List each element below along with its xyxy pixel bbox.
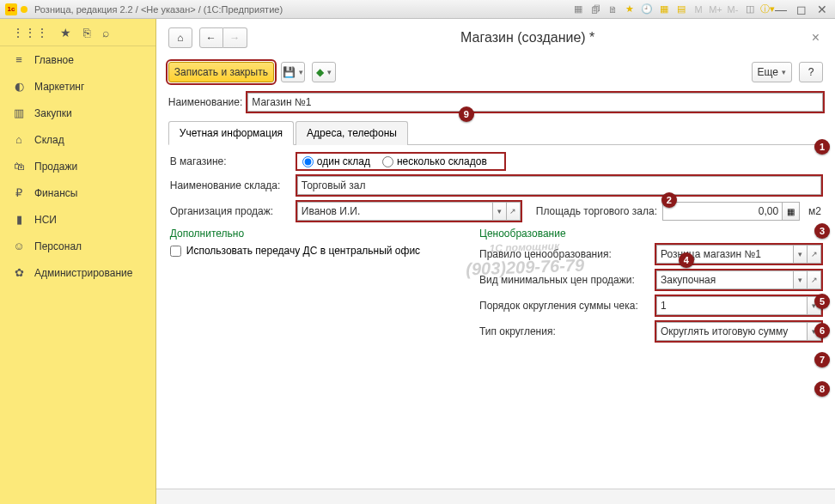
tabs: Учетная информация Адреса, телефоны <box>168 120 823 145</box>
sidebar-item-finance[interactable]: ₽Финансы <box>0 179 155 206</box>
tb-icon[interactable]: 🕘 <box>641 3 653 15</box>
badge-3: 3 <box>814 223 830 239</box>
sidebar-item-main[interactable]: ≡Главное <box>0 46 155 73</box>
org-label: Организация продаж: <box>170 205 292 217</box>
tb-m-plus[interactable]: M+ <box>710 3 722 15</box>
tab-account-info[interactable]: Учетная информация <box>168 121 294 145</box>
area-input[interactable] <box>662 202 783 221</box>
house-icon: ⌂ <box>12 133 26 146</box>
actions-button[interactable]: ◆ <box>312 62 336 82</box>
grid-icon: ▥ <box>12 106 26 119</box>
dropdown-icon[interactable]: ▾ <box>493 202 507 221</box>
sidebar-item-nsi[interactable]: ▮НСИ <box>0 206 155 233</box>
save-button[interactable]: 💾 <box>281 62 305 82</box>
maximize-icon[interactable]: ◻ <box>794 3 809 15</box>
close-icon[interactable]: ✕ <box>814 3 830 15</box>
pricing-title: Ценообразование <box>479 228 821 240</box>
checkbox-input[interactable] <box>170 246 181 257</box>
sidebar-item-admin[interactable]: ✿Администрирование <box>0 259 155 286</box>
radio-input[interactable] <box>302 156 314 167</box>
round-type-label: Тип округления: <box>479 325 651 337</box>
search-icon[interactable]: ⌕ <box>102 26 109 39</box>
toolbar: Записать и закрыть 💾 ◆ Еще ? <box>168 62 823 82</box>
round-order-label: Порядок округления суммы чека: <box>479 300 651 312</box>
ruble-icon: ₽ <box>12 186 26 199</box>
panels-icon[interactable]: ◫ <box>744 3 756 15</box>
open-icon[interactable]: ↗ <box>808 245 821 264</box>
save-close-button[interactable]: Записать и закрыть <box>168 62 274 82</box>
info-icon[interactable]: ⓘ▾ <box>761 3 773 15</box>
minimize-icon[interactable]: — <box>773 3 789 15</box>
star-icon[interactable]: ★ <box>60 26 71 39</box>
area-unit: м2 <box>808 205 821 217</box>
home-button[interactable]: ⌂ <box>168 27 192 48</box>
sidebar-item-label: Продажи <box>34 161 77 173</box>
sidebar-item-label: Персонал <box>34 240 82 252</box>
org-select[interactable]: ▾ ↗ <box>297 202 521 221</box>
round-type-input[interactable] <box>656 322 808 341</box>
round-order-input[interactable] <box>656 296 808 315</box>
name-input[interactable] <box>247 93 823 112</box>
badge-8: 8 <box>814 381 830 397</box>
sidebar-top: ⋮⋮⋮ ★ ⎘ ⌕ <box>0 19 155 46</box>
dot-icon <box>21 6 27 13</box>
sidebar-item-label: НСИ <box>34 214 57 226</box>
pricing-rule-input[interactable] <box>656 245 794 264</box>
sidebar-item-purchases[interactable]: ▥Закупки <box>0 100 155 126</box>
round-order-select[interactable]: ▾ <box>656 296 821 315</box>
dropdown-icon[interactable]: ▾ <box>794 245 808 264</box>
warehouse-name-input[interactable] <box>297 176 821 195</box>
pricing-section: Ценообразование Правило ценообразования:… <box>479 228 821 348</box>
tb-icon[interactable]: ▦ <box>572 3 584 15</box>
apps-icon[interactable]: ⋮⋮⋮ <box>12 26 48 39</box>
sidebar-item-label: Финансы <box>34 187 77 199</box>
badge-2: 2 <box>661 192 677 208</box>
minprice-select[interactable]: ▾ ↗ <box>656 270 821 289</box>
page-title: Магазин (создание) * <box>254 30 801 46</box>
book-icon: ▮ <box>12 213 26 226</box>
additional-title: Дополнительно <box>170 228 459 240</box>
sidebar-item-label: Администрирование <box>34 267 132 279</box>
dropdown-icon[interactable]: ▾ <box>794 270 808 289</box>
page-close-icon[interactable]: × <box>808 30 823 46</box>
list-icon: ≡ <box>12 53 26 66</box>
minprice-input[interactable] <box>656 270 794 289</box>
sidebar-item-label: Маркетинг <box>34 81 84 93</box>
titlebar-tools: ▦ 🗐 🗎 ★ 🕘 ▦ ▤ M M+ M- ◫ ⓘ▾ <box>572 3 773 15</box>
calendar-icon[interactable]: ▤ <box>675 3 687 15</box>
use-transfer-checkbox[interactable]: Использовать передачу ДС в центральный о… <box>170 245 459 257</box>
minprice-label: Вид минимальных цен продажи: <box>479 274 651 286</box>
tb-m-minus[interactable]: M- <box>727 3 739 15</box>
tb-icon[interactable]: 🗐 <box>589 3 601 15</box>
sidebar-item-marketing[interactable]: ◐Маркетинг <box>0 73 155 100</box>
window-controls: — ◻ ✕ <box>773 3 830 15</box>
sidebar: ⋮⋮⋮ ★ ⎘ ⌕ ≡Главное ◐Маркетинг ▥Закупки ⌂… <box>0 19 156 504</box>
open-icon[interactable]: ↗ <box>808 270 821 289</box>
tb-m[interactable]: M <box>692 3 704 15</box>
forward-button[interactable]: → <box>223 27 247 48</box>
radio-input[interactable] <box>382 156 393 167</box>
more-button[interactable]: Еще <box>752 62 792 82</box>
radio-many-warehouses[interactable]: несколько складов <box>382 155 487 167</box>
sidebar-item-sales[interactable]: 🛍Продажи <box>0 153 155 179</box>
main-content: ⌂ ← → Магазин (создание) * × Записать и … <box>156 19 835 504</box>
tb-icon[interactable]: 🗎 <box>606 3 619 15</box>
sidebar-item-label: Главное <box>34 54 74 66</box>
person-icon: ☺ <box>12 240 26 252</box>
radio-one-warehouse[interactable]: один склад <box>302 155 370 167</box>
round-type-select[interactable]: ▾ <box>656 322 821 341</box>
org-input[interactable] <box>297 202 493 221</box>
sidebar-item-warehouse[interactable]: ⌂Склад <box>0 126 155 153</box>
open-icon[interactable]: ↗ <box>507 202 521 221</box>
page-nav: ⌂ ← → Магазин (создание) * × <box>168 26 823 50</box>
help-button[interactable]: ? <box>799 62 823 82</box>
badge-4: 4 <box>679 252 694 268</box>
tab-addresses[interactable]: Адреса, телефоны <box>296 121 408 145</box>
sidebar-item-personnel[interactable]: ☺Персонал <box>0 233 155 259</box>
calc-icon[interactable]: ▦ <box>658 3 670 15</box>
clipboard-icon[interactable]: ⎘ <box>83 26 90 39</box>
back-button[interactable]: ← <box>199 27 223 48</box>
star-icon[interactable]: ★ <box>624 3 636 15</box>
in-store-label: В магазине: <box>170 155 292 167</box>
calculator-icon[interactable]: ▦ <box>783 202 800 221</box>
